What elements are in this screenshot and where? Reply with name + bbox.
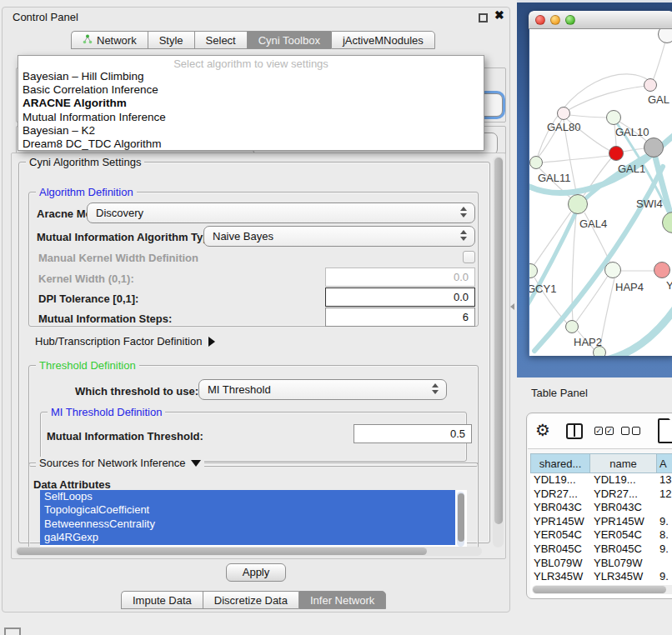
columns-icon[interactable] bbox=[566, 423, 583, 439]
panel-title: Control Panel bbox=[13, 11, 78, 23]
table-row-ybl079w[interactable]: YBL079WYBL079W bbox=[530, 557, 672, 571]
table-horizontal-scrollbar[interactable] bbox=[532, 585, 672, 594]
attribute-item-selfloops[interactable]: SelfLoops bbox=[40, 490, 455, 503]
list-scrollbar[interactable] bbox=[457, 492, 464, 547]
close-traffic-icon[interactable] bbox=[535, 15, 545, 25]
mi-steps-input[interactable]: 6 bbox=[325, 308, 475, 327]
table-row-ybr045c[interactable]: YBR045CYBR045C9. bbox=[530, 542, 672, 557]
table-row-ypr145w[interactable]: YPR145WYPR145W9. bbox=[530, 515, 672, 529]
node-label-gcy1: GCY1 bbox=[529, 282, 556, 295]
network-canvas[interactable]: GALGAL80GAL10GAL1GAL11GAL4SWI4HAP4YGCY1H… bbox=[529, 29, 672, 356]
cell: 9. bbox=[657, 542, 672, 557]
split-pane-divider-icon[interactable] bbox=[510, 303, 514, 310]
deselect-all-icon[interactable] bbox=[621, 427, 640, 435]
dpi-tolerance-input[interactable]: 0.0 bbox=[325, 288, 475, 307]
algorithm-option-aracne-algorithm[interactable]: ARACNE Algorithm bbox=[18, 97, 484, 110]
close-icon[interactable]: ✖ bbox=[494, 8, 504, 22]
manual-kernel-checkbox[interactable] bbox=[463, 251, 475, 263]
settings-horizontal-scrollbar[interactable] bbox=[15, 547, 482, 556]
column-header-name[interactable]: name bbox=[590, 453, 657, 473]
tab-label: Network bbox=[97, 34, 137, 47]
minimized-panel-icon[interactable] bbox=[4, 628, 21, 635]
node-gal11[interactable] bbox=[529, 156, 543, 169]
table-panel-header: Table Panel bbox=[517, 378, 672, 411]
tab-jactivemnodules[interactable]: jActiveMNodules bbox=[331, 31, 435, 49]
manual-kernel-label: Manual Kernel Width Definition bbox=[38, 252, 198, 264]
cell: YER054C bbox=[590, 528, 657, 542]
tab-discretize-data[interactable]: Discretize Data bbox=[203, 591, 298, 609]
minimize-traffic-icon[interactable] bbox=[550, 15, 560, 25]
network-window[interactable]: GALGAL80GAL10GAL1GAL11GAL4SWI4HAP4YGCY1H… bbox=[529, 11, 672, 356]
data-attributes-list[interactable]: SelfLoopsTopologicalCoefficientBetweenne… bbox=[40, 490, 467, 551]
tab-style[interactable]: Style bbox=[148, 31, 194, 49]
node-label-gal11: GAL11 bbox=[538, 172, 571, 184]
hub-definition-toggle[interactable]: Hub/Transcription Factor Definition bbox=[35, 335, 215, 348]
algorithm-option-dream8-dc-tdc-algorithm[interactable]: Dream8 DC_TDC Algorithm bbox=[18, 138, 484, 151]
node-gal1[interactable] bbox=[609, 146, 624, 161]
column-header-a[interactable]: A bbox=[657, 453, 672, 473]
mi-threshold-input[interactable]: 0.5 bbox=[354, 424, 472, 443]
settings-vertical-scrollbar[interactable] bbox=[493, 156, 504, 548]
kernel-width-input[interactable]: 0.0 bbox=[325, 268, 475, 287]
node-gal80[interactable] bbox=[557, 107, 570, 120]
tab-network[interactable]: Network bbox=[71, 31, 148, 49]
node-gal10[interactable] bbox=[606, 110, 621, 125]
column-header-shared[interactable]: shared... bbox=[530, 453, 590, 473]
cell: 8. bbox=[657, 528, 672, 542]
combo-arrows-icon bbox=[460, 207, 468, 220]
cell: YDR27... bbox=[590, 488, 657, 502]
tab-label: Style bbox=[159, 34, 183, 47]
table-row-ybr043c[interactable]: YBR043CYBR043C bbox=[530, 501, 672, 515]
collapsed-arrow-icon bbox=[208, 337, 215, 347]
node-hap2[interactable] bbox=[565, 320, 579, 333]
algorithm-option-bayesian-hill-climbing[interactable]: Bayesian – Hill Climbing bbox=[18, 70, 484, 83]
algorithm-option-basic-correlation-inference[interactable]: Basic Correlation Inference bbox=[18, 83, 484, 97]
node-unlabeled[interactable] bbox=[593, 346, 606, 356]
algorithm-option-bayesian-k2[interactable]: Bayesian – K2 bbox=[18, 124, 484, 138]
network-window-titlebar[interactable] bbox=[529, 11, 672, 29]
cyni-bottom-tabs: Impute DataDiscretize DataInfer Network bbox=[121, 591, 386, 609]
tab-impute-data[interactable]: Impute Data bbox=[121, 591, 203, 609]
cell: YBL079W bbox=[530, 557, 590, 571]
tab-select[interactable]: Select bbox=[194, 31, 247, 49]
zoom-traffic-icon[interactable] bbox=[565, 15, 575, 25]
mi-steps-label: Mutual Information Steps: bbox=[38, 312, 172, 325]
table-row-ydr27[interactable]: YDR27...YDR27...12 bbox=[530, 488, 672, 502]
which-threshold-combo[interactable]: MI Threshold bbox=[198, 379, 447, 400]
node-unlabeled[interactable] bbox=[644, 138, 664, 158]
float-window-icon[interactable] bbox=[479, 13, 488, 22]
cell: YLR345W bbox=[530, 570, 590, 584]
mi-type-combo[interactable]: Naive Bayes bbox=[203, 226, 475, 247]
gear-icon[interactable]: ⚙ bbox=[535, 420, 550, 440]
cell: YBR045C bbox=[590, 542, 657, 557]
node-y[interactable] bbox=[654, 262, 670, 278]
network-icon bbox=[83, 34, 93, 47]
table-panel: ⚙ ✓✓ shared...nameA YDL19...YDL19...13YD… bbox=[526, 412, 672, 599]
select-all-icon[interactable]: ✓✓ bbox=[594, 427, 614, 435]
tab-infer-network[interactable]: Infer Network bbox=[298, 591, 386, 609]
algorithm-option-mutual-information-inference[interactable]: Mutual Information Inference bbox=[18, 111, 484, 124]
attribute-item-betweennesscentrality[interactable]: BetweennessCentrality bbox=[40, 518, 455, 531]
node-label-gal80: GAL80 bbox=[547, 121, 580, 133]
mi-type-label: Mutual Information Algorithm Type: bbox=[37, 231, 219, 243]
cell: YDL19... bbox=[590, 473, 657, 488]
attribute-item-gal4rgexp[interactable]: gal4RGexp bbox=[40, 531, 455, 544]
sources-title[interactable]: Sources for Network Inference bbox=[36, 457, 204, 469]
apply-button[interactable]: Apply bbox=[226, 563, 286, 582]
node-label-gal1: GAL1 bbox=[618, 162, 645, 175]
which-threshold-value: MI Threshold bbox=[208, 383, 271, 396]
new-table-icon[interactable] bbox=[658, 418, 672, 443]
tab-cyni-toolbox[interactable]: Cyni Toolbox bbox=[247, 31, 331, 49]
aracne-mode-combo[interactable]: Discovery bbox=[87, 202, 475, 223]
node-gal[interactable] bbox=[644, 78, 657, 92]
node-gal4[interactable] bbox=[568, 194, 588, 214]
attribute-item-topologicalcoefficient[interactable]: TopologicalCoefficient bbox=[40, 503, 455, 517]
cell: YPR145W bbox=[530, 515, 590, 529]
control-panel-tabs: NetworkStyleSelectCyni ToolboxjActiveMNo… bbox=[71, 31, 435, 49]
table-row-ydl19[interactable]: YDL19...YDL19...13 bbox=[530, 473, 672, 488]
table-row-ylr345w[interactable]: YLR345WYLR345W9. bbox=[530, 570, 672, 584]
table-row-yer054c[interactable]: YER054CYER054C8. bbox=[530, 528, 672, 542]
cell: 9. bbox=[657, 570, 672, 584]
node-hap4[interactable] bbox=[604, 262, 621, 278]
cell bbox=[657, 557, 672, 571]
